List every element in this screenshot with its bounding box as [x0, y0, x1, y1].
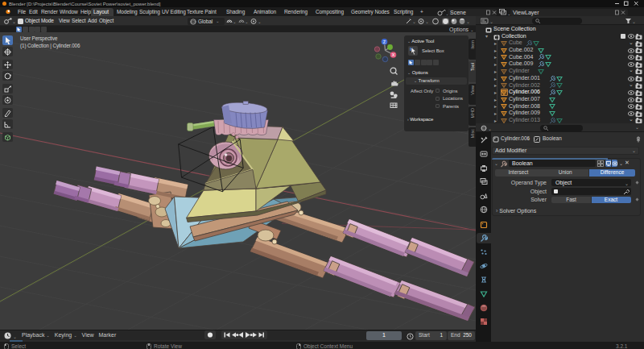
- svg-text:⌄: ⌄: [632, 19, 636, 24]
- svg-text:⌄: ⌄: [258, 19, 262, 24]
- svg-text:X: X: [392, 52, 395, 57]
- svg-text:⌄: ⌄: [466, 19, 470, 24]
- svg-text:⌄: ⌄: [488, 127, 492, 131]
- svg-text:⌄: ⌄: [13, 334, 17, 339]
- svg-text:⌄: ⌄: [245, 19, 249, 24]
- svg-text:⌄: ⌄: [233, 19, 237, 24]
- svg-text:⌄: ⌄: [412, 19, 416, 24]
- svg-text:⌄: ⌄: [425, 19, 429, 24]
- svg-text:⌄: ⌄: [489, 19, 493, 24]
